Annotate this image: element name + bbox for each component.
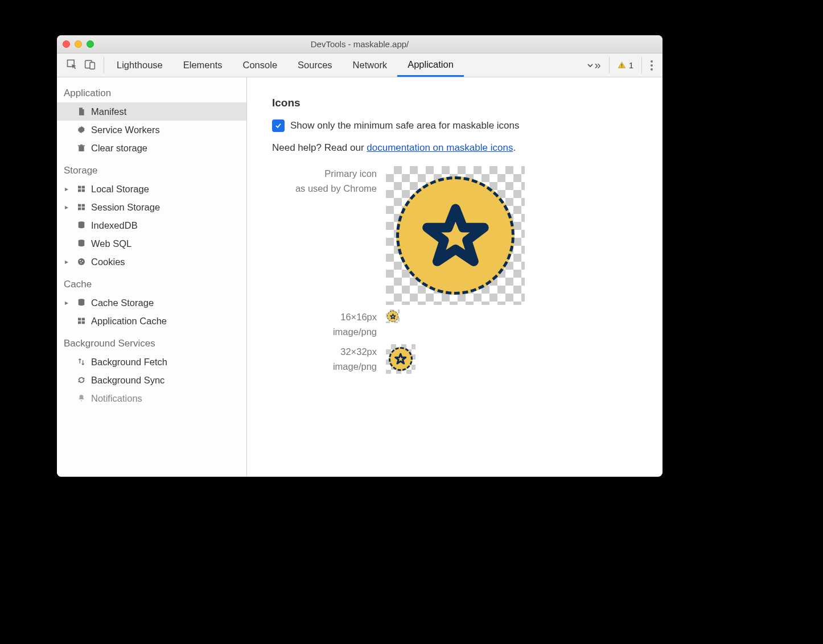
manifest-panel: Icons Show only the minimum safe area fo… bbox=[247, 77, 662, 477]
svg-point-18 bbox=[82, 261, 83, 262]
grid-icon bbox=[76, 202, 87, 212]
toolbar: Lighthouse Elements Console Sources Netw… bbox=[57, 53, 662, 77]
svg-rect-7 bbox=[82, 186, 85, 189]
grid-icon bbox=[76, 184, 87, 194]
svg-point-17 bbox=[80, 260, 81, 261]
sidebar-item-label: Clear storage bbox=[91, 143, 246, 154]
icon-32-preview bbox=[386, 344, 415, 374]
tab-application[interactable]: Application bbox=[397, 53, 464, 77]
gear-icon bbox=[76, 125, 87, 135]
sidebar-item-cookies[interactable]: ▸ Cookies bbox=[57, 253, 246, 271]
tabs-overflow-button[interactable]: » bbox=[580, 53, 607, 77]
sidebar-section-application: Application bbox=[57, 80, 246, 102]
sidebar-item-label: Cache Storage bbox=[91, 298, 246, 308]
sidebar-item-clear-storage[interactable]: ▸ Clear storage bbox=[57, 139, 246, 157]
primary-icon-label-2: as used by Chrome bbox=[272, 181, 377, 196]
tab-sources[interactable]: Sources bbox=[287, 53, 343, 77]
checkbox-label: Show only the minimum safe area for mask… bbox=[290, 120, 520, 131]
maximize-window-button[interactable] bbox=[87, 40, 94, 48]
maskable-docs-link[interactable]: documentation on maskable icons bbox=[367, 142, 513, 153]
devtools-window: DevTools - maskable.app/ Lighthouse Elem… bbox=[57, 35, 662, 477]
sidebar-item-label: Service Workers bbox=[91, 125, 246, 135]
bell-icon bbox=[76, 393, 87, 403]
maskable-safe-area-checkbox[interactable] bbox=[272, 119, 285, 132]
sidebar-item-manifest[interactable]: ▸ Manifest bbox=[57, 102, 246, 121]
svg-point-19 bbox=[80, 262, 81, 263]
database-icon bbox=[76, 238, 87, 249]
trash-icon bbox=[76, 143, 87, 153]
sidebar-item-background-fetch[interactable]: ▸ Background Fetch bbox=[57, 353, 246, 371]
sidebar-item-label: Notifications bbox=[91, 393, 246, 404]
sidebar-item-label: Web SQL bbox=[91, 238, 246, 249]
svg-rect-12 bbox=[78, 208, 81, 210]
svg-rect-6 bbox=[78, 186, 81, 189]
grid-icon bbox=[76, 316, 87, 326]
svg-rect-2 bbox=[90, 63, 94, 69]
sidebar-item-session-storage[interactable]: ▸ Session Storage bbox=[57, 198, 246, 216]
window-title: DevTools - maskable.app/ bbox=[57, 39, 662, 49]
sidebar-item-application-cache[interactable]: ▸ Application Cache bbox=[57, 312, 246, 330]
sidebar-item-background-sync[interactable]: ▸ Background Sync bbox=[57, 371, 246, 389]
icon-mime-label: image/png bbox=[272, 359, 377, 374]
sidebar-item-service-workers[interactable]: ▸ Service Workers bbox=[57, 121, 246, 139]
sidebar: Application ▸ Manifest ▸ Service Workers… bbox=[57, 77, 247, 477]
svg-rect-9 bbox=[82, 189, 85, 192]
sidebar-item-label: Application Cache bbox=[91, 316, 246, 327]
updown-icon bbox=[76, 357, 87, 367]
svg-rect-4 bbox=[622, 67, 622, 67]
sidebar-item-label: IndexedDB bbox=[91, 220, 246, 231]
primary-icon-label-1: Primary icon bbox=[272, 166, 377, 181]
window-controls bbox=[63, 40, 94, 48]
icon-size-label: 16×16px bbox=[272, 309, 377, 324]
sidebar-item-label: Cookies bbox=[91, 257, 246, 267]
file-icon bbox=[76, 106, 87, 117]
tab-console[interactable]: Console bbox=[233, 53, 288, 77]
device-mode-icon[interactable] bbox=[84, 59, 96, 72]
sidebar-item-websql[interactable]: ▸ Web SQL bbox=[57, 234, 246, 253]
tab-strip: Lighthouse Elements Console Sources Netw… bbox=[106, 53, 580, 77]
sidebar-item-cache-storage[interactable]: ▸ Cache Storage bbox=[57, 294, 246, 312]
sidebar-section-background-services: Background Services bbox=[57, 330, 246, 353]
sidebar-item-label: Background Sync bbox=[91, 375, 246, 386]
tab-network[interactable]: Network bbox=[343, 53, 398, 77]
icon-16-preview bbox=[386, 309, 400, 323]
titlebar: DevTools - maskable.app/ bbox=[57, 35, 662, 53]
tab-elements[interactable]: Elements bbox=[173, 53, 233, 77]
sidebar-item-label: Background Fetch bbox=[91, 357, 246, 368]
sidebar-item-notifications[interactable]: ▸ Notifications bbox=[57, 389, 246, 407]
sync-icon bbox=[76, 375, 87, 385]
svg-rect-8 bbox=[78, 189, 81, 192]
warnings-badge[interactable]: 1 bbox=[612, 53, 639, 77]
sidebar-item-label: Local Storage bbox=[91, 184, 246, 195]
minimize-window-button[interactable] bbox=[75, 40, 82, 48]
settings-menu-button[interactable] bbox=[644, 53, 659, 77]
sidebar-item-label: Manifest bbox=[91, 106, 246, 117]
database-icon bbox=[76, 298, 87, 308]
svg-rect-21 bbox=[78, 318, 81, 321]
sidebar-section-cache: Cache bbox=[57, 271, 246, 294]
close-window-button[interactable] bbox=[63, 40, 70, 48]
svg-rect-10 bbox=[78, 204, 81, 207]
cookie-icon bbox=[76, 257, 87, 267]
primary-icon-preview bbox=[386, 166, 525, 305]
inspect-element-icon[interactable] bbox=[66, 59, 77, 72]
svg-rect-24 bbox=[82, 321, 85, 324]
icon-size-label: 32×32px bbox=[272, 344, 377, 359]
sidebar-item-indexeddb[interactable]: ▸ IndexedDB bbox=[57, 216, 246, 234]
tab-lighthouse[interactable]: Lighthouse bbox=[106, 53, 173, 77]
svg-rect-22 bbox=[82, 318, 85, 321]
database-icon bbox=[76, 220, 87, 230]
svg-rect-11 bbox=[82, 204, 85, 207]
icon-mime-label: image/png bbox=[272, 324, 377, 339]
sidebar-item-local-storage[interactable]: ▸ Local Storage bbox=[57, 180, 246, 198]
svg-rect-3 bbox=[622, 64, 622, 66]
svg-point-16 bbox=[78, 258, 85, 265]
panel-heading: Icons bbox=[272, 97, 637, 109]
svg-rect-23 bbox=[78, 321, 81, 324]
sidebar-section-storage: Storage bbox=[57, 157, 246, 180]
help-text: Need help? Read our documentation on mas… bbox=[272, 142, 637, 154]
warnings-count: 1 bbox=[629, 60, 633, 70]
svg-rect-13 bbox=[82, 208, 85, 210]
sidebar-item-label: Session Storage bbox=[91, 202, 246, 213]
